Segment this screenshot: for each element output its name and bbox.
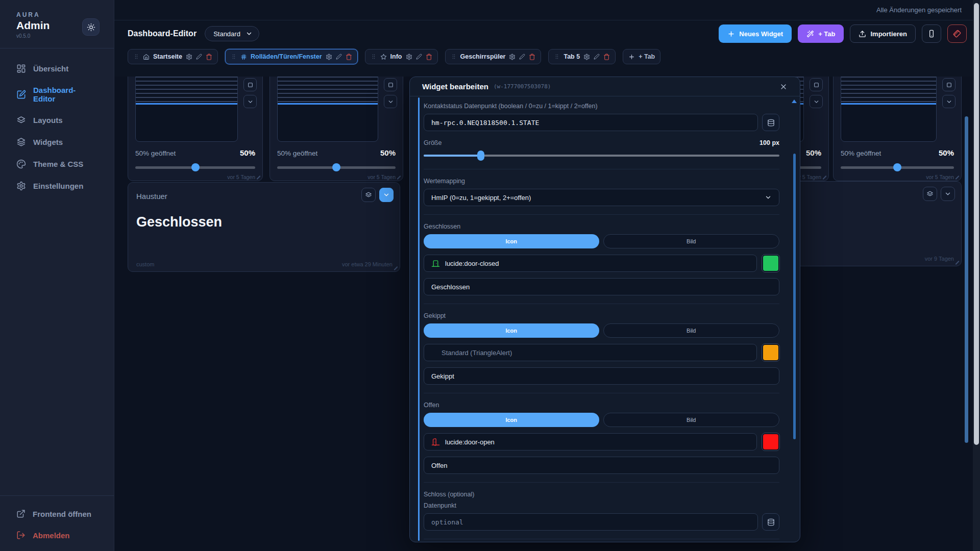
widget-select-button[interactable] <box>384 78 397 91</box>
sidebar-item-einstellungen[interactable]: Einstellungen <box>0 175 114 197</box>
tab-5[interactable]: Tab 5 <box>548 49 616 64</box>
sidebar-item-widgets[interactable]: Widgets <box>0 131 114 153</box>
page-scrollbar-thumb[interactable] <box>974 3 979 445</box>
dashboard-select[interactable]: Standard <box>205 26 259 41</box>
shutter-widget[interactable]: 50% geöffnet50% vor 5 Tagen <box>128 77 263 181</box>
add-tab-button[interactable]: + Tab <box>798 24 844 43</box>
widget-layers-button[interactable] <box>361 188 376 202</box>
resize-handle[interactable] <box>397 176 401 180</box>
sidebar-item-layouts[interactable]: Layouts <box>0 109 114 131</box>
tilted-color-swatch[interactable] <box>762 344 779 361</box>
close-icon[interactable] <box>779 83 788 91</box>
shutter-widget[interactable]: 50% geöffnet50% vor 5 Tagen <box>833 77 962 181</box>
widget-collapse-button[interactable] <box>810 95 823 108</box>
resize-handle[interactable] <box>955 261 960 265</box>
datapoint-picker-button[interactable] <box>762 513 779 531</box>
icon-tab[interactable]: Icon <box>424 323 599 338</box>
theme-toggle-button[interactable] <box>82 18 100 36</box>
resize-handle[interactable] <box>823 176 827 180</box>
slider-thumb[interactable] <box>893 163 901 171</box>
new-widget-button[interactable]: Neues Widget <box>719 24 792 43</box>
tab-geschirrspueler[interactable]: Geschirrspüler <box>445 49 542 64</box>
ruler-button[interactable] <box>947 24 967 43</box>
open-frontend-link[interactable]: Frontend öffnen <box>0 503 114 524</box>
tab-info[interactable]: Info <box>365 49 438 64</box>
widget-select-button[interactable] <box>243 78 257 91</box>
widget-collapse-button[interactable] <box>942 95 955 108</box>
tilted-icon-input[interactable]: Standard (TriangleAlert) <box>424 344 757 361</box>
device-preview-button[interactable] <box>922 24 941 43</box>
tab-delete-icon[interactable] <box>603 54 610 60</box>
widget-collapse-button[interactable] <box>941 187 955 201</box>
tab-settings-icon[interactable] <box>509 54 516 60</box>
grip-icon[interactable] <box>371 54 377 60</box>
tab-rename-icon[interactable] <box>519 54 525 60</box>
slider-thumb[interactable] <box>477 151 484 161</box>
open-text-input[interactable]: Offen <box>424 457 779 474</box>
resize-handle[interactable] <box>257 176 261 180</box>
grip-icon[interactable] <box>133 54 139 60</box>
size-slider[interactable] <box>424 151 779 161</box>
shutter-slider[interactable] <box>277 163 396 171</box>
slider-thumb[interactable] <box>332 163 340 171</box>
resize-handle[interactable] <box>955 176 960 180</box>
widget-layers-button[interactable] <box>923 187 937 201</box>
tab-settings-icon[interactable] <box>186 54 192 60</box>
resize-handle[interactable] <box>394 266 398 270</box>
widget-select-button[interactable] <box>942 78 955 91</box>
sidebar-item-theme-css[interactable]: Theme & CSS <box>0 153 114 175</box>
image-tab[interactable]: Bild <box>603 323 780 338</box>
tab-rename-icon[interactable] <box>336 54 342 60</box>
tab-delete-icon[interactable] <box>529 54 535 60</box>
widget-collapse-button[interactable] <box>379 188 394 202</box>
haustuer-widget[interactable]: Haustuer Geschlossen custom vor etwa 29 … <box>128 182 400 272</box>
grip-icon[interactable] <box>554 54 560 60</box>
image-tab[interactable]: Bild <box>603 234 780 248</box>
tab-startseite[interactable]: Startseite <box>128 49 218 64</box>
page-scrollbar[interactable] <box>973 0 980 551</box>
widget-select-button[interactable] <box>810 78 823 91</box>
tab-settings-icon[interactable] <box>583 54 590 60</box>
icon-tab[interactable]: Icon <box>424 234 599 248</box>
image-tab[interactable]: Bild <box>603 413 780 427</box>
tab-settings-icon[interactable] <box>326 54 332 60</box>
lock-dp-input[interactable]: optional <box>424 513 758 531</box>
tilted-text-input[interactable]: Gekippt <box>424 367 779 385</box>
closed-icon-input[interactable]: lucide:door-closed <box>424 255 757 272</box>
shutter-widget[interactable]: 50% geöffnet50% vor 5 Tagen <box>270 77 403 181</box>
icon-tab[interactable]: Icon <box>424 413 599 427</box>
tab-rollaeden-tueren-fenster[interactable]: Rolläden/Türen/Fenster <box>225 49 358 64</box>
import-button[interactable]: Importieren <box>850 24 916 43</box>
tab-rename-icon[interactable] <box>416 54 422 60</box>
widget-collapse-button[interactable] <box>243 95 257 108</box>
widget-collapse-button[interactable] <box>384 95 397 108</box>
grip-icon[interactable] <box>451 54 457 60</box>
closed-color-swatch[interactable] <box>762 255 779 272</box>
value-mapping-select[interactable]: HmIP (0=zu, 1=gekippt, 2+=offen) <box>424 189 779 206</box>
logout-button[interactable]: Abmelden <box>0 524 114 546</box>
sidebar-item-uebersicht[interactable]: Übersicht <box>0 58 114 80</box>
chevron-down-icon <box>944 190 951 197</box>
canvas-scrollbar[interactable] <box>965 116 968 443</box>
tab-delete-icon[interactable] <box>206 54 212 60</box>
dialog-body: Kontaktstatus Datenpunkt (boolean / 0=zu… <box>410 96 800 542</box>
dialog-scrollbar[interactable] <box>793 154 796 439</box>
tab-settings-icon[interactable] <box>406 54 412 60</box>
datapoint-picker-button[interactable] <box>762 114 779 131</box>
closed-text-input[interactable]: Geschlossen <box>424 278 779 295</box>
tab-delete-icon[interactable] <box>426 54 432 60</box>
tab-delete-icon[interactable] <box>346 54 352 60</box>
new-tab-button[interactable]: + Tab <box>623 49 660 64</box>
shutter-slider[interactable] <box>841 163 954 171</box>
sidebar-item-dashboard-editor[interactable]: Dashboard-Editor <box>0 80 114 109</box>
grip-icon[interactable] <box>231 54 237 60</box>
add-tab-label: + Tab <box>818 30 835 38</box>
scroll-up-arrow[interactable] <box>792 99 797 103</box>
shutter-slider[interactable] <box>135 163 255 171</box>
contact-dp-input[interactable]: hm-rpc.0.NEQ1818500.1.STATE <box>424 114 758 131</box>
tab-rename-icon[interactable] <box>196 54 202 60</box>
open-icon-input[interactable]: lucide:door-open <box>424 433 757 450</box>
slider-thumb[interactable] <box>191 163 200 171</box>
open-color-swatch[interactable] <box>762 433 779 450</box>
tab-rename-icon[interactable] <box>594 54 600 60</box>
